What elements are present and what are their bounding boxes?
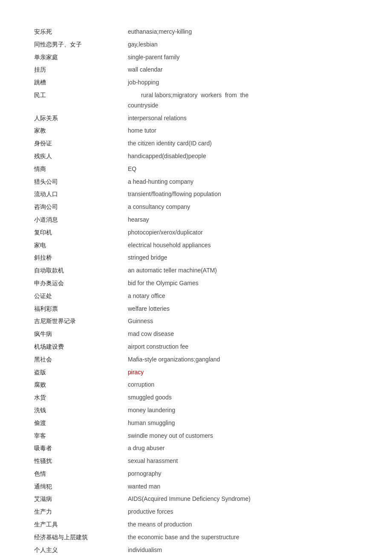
list-item: 吸毒者a drug abuser — [34, 442, 358, 455]
english-translation: a drug abuser — [128, 443, 358, 454]
chinese-term: 经济基础与上层建筑 — [34, 532, 128, 543]
english-translation: bid for the Olympic Games — [128, 278, 358, 289]
english-translation: job-hopping — [128, 78, 358, 88]
english-translation: pornography — [128, 469, 358, 479]
chinese-term: 色情 — [34, 469, 128, 479]
list-item: 水货smuggled goods — [34, 391, 358, 404]
list-item: 机场建设费airport construction fee — [34, 341, 358, 353]
list-item: 申办奥运会bid for the Olympic Games — [34, 277, 358, 290]
chinese-term: 残疾人 — [34, 151, 128, 162]
list-item: 宰客swindle money out of customers — [34, 430, 358, 442]
english-translation: photocopier/xerox/duplicator — [128, 228, 358, 238]
list-item: 身份证the citizen identity card(ID card) — [34, 137, 358, 150]
list-item: 个人主义individualism — [34, 544, 358, 555]
chinese-term: 自动取款机 — [34, 266, 128, 276]
list-item: 复印机photocopier/xerox/duplicator — [34, 226, 358, 239]
list-item: 洗钱money laundering — [34, 404, 358, 417]
list-item: 盗版piracy — [34, 366, 358, 379]
english-translation: mad cow disease — [128, 329, 358, 339]
chinese-term: 个人主义 — [34, 545, 128, 555]
list-item: 小道消息hearsay — [34, 214, 358, 226]
english-translation: Mafia-style organizations;gangland — [128, 355, 358, 365]
list-item: 自动取款机an automatic teller machine(ATM) — [34, 264, 358, 277]
english-translation: single-parent family — [128, 52, 358, 63]
chinese-term: 通缉犯 — [34, 482, 128, 492]
english-translation: euthanasia;mercy-killing — [128, 27, 358, 37]
chinese-term: 生产力 — [34, 507, 128, 517]
english-translation: interpersonal relations — [128, 113, 358, 124]
list-item: 生产力productive forces — [34, 506, 358, 518]
chinese-term: 民工 — [34, 90, 128, 101]
list-item: 色情pornography — [34, 468, 358, 480]
english-translation: handicapped(disabled)people — [128, 151, 358, 162]
english-translation: the citizen identity card(ID card) — [128, 139, 358, 149]
english-translation: the economic base and the superstructure — [128, 532, 358, 543]
english-translation: human smuggling — [128, 418, 358, 428]
chinese-term: 宰客 — [34, 431, 128, 441]
list-item: 民工 rural labors;migratory workers from t… — [34, 89, 358, 112]
english-translation: stringed bridge — [128, 253, 358, 263]
list-item: 同性恋男子、女子gay,lesbian — [34, 38, 358, 51]
chinese-term: 斜拉桥 — [34, 253, 128, 263]
chinese-term: 偷渡 — [34, 418, 128, 428]
chinese-term: 复印机 — [34, 228, 128, 238]
list-item: 家教home tutor — [34, 124, 358, 137]
chinese-term: 艾滋病 — [34, 494, 128, 504]
list-item: 生产工具the means of production — [34, 518, 358, 531]
list-item: 流动人口transient/floating/flowing populatio… — [34, 188, 358, 201]
list-item: 安乐死euthanasia;mercy-killing — [34, 26, 358, 38]
chinese-term: 身份证 — [34, 139, 128, 149]
english-translation: electrical household appliances — [128, 240, 358, 251]
chinese-term: 生产工具 — [34, 520, 128, 530]
list-item: 人际关系interpersonal relations — [34, 112, 358, 125]
english-translation: individualism — [128, 545, 358, 555]
list-item: 挂历wall calendar — [34, 64, 358, 76]
chinese-term: 盗版 — [34, 367, 128, 378]
chinese-term: 申办奥运会 — [34, 278, 128, 289]
chinese-term: 吉尼斯世界记录 — [34, 316, 128, 327]
english-translation: AIDS(Acquired Immune Deficiency Syndrome… — [128, 494, 358, 504]
vocab-list: 安乐死euthanasia;mercy-killing同性恋男子、女子gay,l… — [34, 26, 358, 555]
english-translation: wanted man — [128, 482, 358, 492]
english-translation: an automatic teller machine(ATM) — [128, 266, 358, 276]
list-item: 偷渡human smuggling — [34, 417, 358, 430]
chinese-term: 性骚扰 — [34, 456, 128, 466]
chinese-term: 跳槽 — [34, 78, 128, 88]
english-translation: Guinness — [128, 316, 358, 327]
list-item: 单亲家庭single-parent family — [34, 51, 358, 64]
chinese-term: 疯牛病 — [34, 329, 128, 339]
list-item: 疯牛病mad cow disease — [34, 328, 358, 341]
chinese-term: 人际关系 — [34, 113, 128, 124]
english-translation: money laundering — [128, 405, 358, 416]
list-item: 咨询公司a consultancy company — [34, 201, 358, 214]
chinese-term: 吸毒者 — [34, 443, 128, 454]
english-translation: corruption — [128, 380, 358, 390]
english-translation: EQ — [128, 164, 358, 174]
list-item: 情商EQ — [34, 163, 358, 176]
chinese-term: 挂历 — [34, 65, 128, 75]
list-item: 腐败corruption — [34, 379, 358, 391]
chinese-term: 福利彩票 — [34, 304, 128, 314]
chinese-term: 同性恋男子、女子 — [34, 40, 128, 50]
chinese-term: 水货 — [34, 393, 128, 403]
list-item: 跳槽job-hopping — [34, 76, 358, 89]
list-item: 通缉犯wanted man — [34, 480, 358, 493]
chinese-term: 黑社会 — [34, 355, 128, 365]
english-translation: smuggled goods — [128, 393, 358, 403]
english-translation: productive forces — [128, 507, 358, 517]
english-translation: swindle money out of customers — [128, 431, 358, 441]
english-translation: airport construction fee — [128, 342, 358, 352]
chinese-term: 腐败 — [34, 380, 128, 390]
chinese-term: 单亲家庭 — [34, 52, 128, 63]
chinese-term: 公证处 — [34, 291, 128, 301]
chinese-term: 安乐死 — [34, 27, 128, 37]
english-translation: a head-hunting company — [128, 177, 358, 187]
list-item: 艾滋病AIDS(Acquired Immune Deficiency Syndr… — [34, 493, 358, 506]
list-item: 吉尼斯世界记录Guinness — [34, 315, 358, 328]
english-translation: the means of production — [128, 520, 358, 530]
english-translation: transient/floating/flowing population — [128, 189, 358, 199]
chinese-term: 咨询公司 — [34, 202, 128, 212]
chinese-term: 家电 — [34, 240, 128, 251]
english-translation: welfare lotteries — [128, 304, 358, 314]
english-translation: piracy — [128, 367, 358, 378]
